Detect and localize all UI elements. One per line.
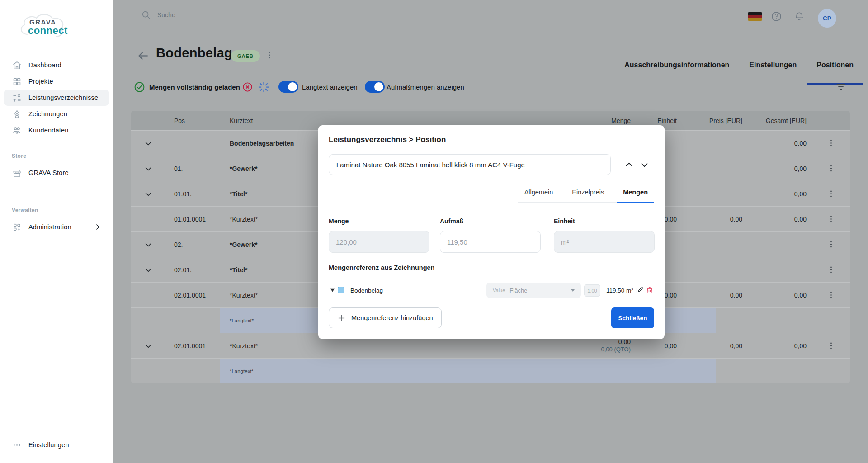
position-modal: Leistungsverzeichnis > Position Allgemei… xyxy=(318,125,665,339)
aufmassmengen-toggle-label: Aufmaßmengen anzeigen xyxy=(387,76,464,98)
sidebar-item-leistungsverzeichnisse[interactable]: Leistungsverzeichnisse xyxy=(4,90,109,106)
avatar-initials: CP xyxy=(823,15,831,22)
table-row-langtext: *Langtext* xyxy=(131,358,850,383)
calculations-icon xyxy=(12,93,22,103)
search-input[interactable] xyxy=(156,11,301,19)
filter-icon[interactable] xyxy=(835,76,846,98)
aufmass-label: Aufmaß xyxy=(440,217,463,225)
column-header-menge: Menge xyxy=(533,117,636,124)
column-header-kurztext: Kurztext xyxy=(224,117,533,124)
modal-title: Leistungsverzeichnis > Position xyxy=(329,135,446,144)
langtext-toggle[interactable] xyxy=(278,81,298,93)
drawings-icon xyxy=(12,109,22,119)
cell-pos: 02.01.0001 xyxy=(165,342,224,350)
grava-connect-logo: GRAVA connect xyxy=(17,12,76,42)
cell-kurztext: *Kurztext* xyxy=(224,342,533,350)
plus-icon xyxy=(337,314,346,322)
sidebar-nav: DashboardProjekteLeistungsverzeichnisseZ… xyxy=(0,57,113,235)
select-value: Fläche xyxy=(509,287,527,294)
dropdown-caret-icon xyxy=(570,288,576,293)
close-button[interactable]: Schließen xyxy=(611,307,654,328)
row-menu-button[interactable] xyxy=(827,265,835,274)
loading-spinner-icon xyxy=(258,76,270,98)
back-button[interactable] xyxy=(137,50,149,62)
home-icon xyxy=(12,60,22,70)
row-menu-button[interactable] xyxy=(827,291,835,299)
reference-result: 119,50 m² xyxy=(606,287,633,294)
sidebar-item-dashboard[interactable]: Dashboard xyxy=(4,57,109,73)
row-menu-button[interactable] xyxy=(827,139,835,147)
search-bar xyxy=(141,10,301,20)
row-expand-icon[interactable] xyxy=(144,164,153,173)
row-expand-icon[interactable] xyxy=(144,265,153,274)
cell-gesamt: 0,00 xyxy=(748,216,812,223)
cell-pos: 01.01. xyxy=(165,190,224,198)
column-header-einheit: Einheit xyxy=(636,117,682,124)
cell-preis: 0,00 xyxy=(682,216,748,223)
row-menu-button[interactable] xyxy=(827,240,835,249)
row-menu-button[interactable] xyxy=(827,215,835,223)
page-title: Bodenbelag xyxy=(156,46,232,61)
add-reference-button[interactable]: Mengenreferenz hinzufügen xyxy=(329,307,442,328)
sidebar-item-grava-store[interactable]: GRAVA Store xyxy=(4,165,109,181)
layer-color-swatch xyxy=(338,287,344,293)
sidebar: GRAVA connect DashboardProjekteLeistungs… xyxy=(0,0,113,463)
sidebar-item-label: Einstellungen xyxy=(28,441,69,449)
edit-icon[interactable] xyxy=(636,286,644,294)
sidebar-item-label: Kundendaten xyxy=(28,127,68,134)
next-position-button[interactable] xyxy=(639,160,650,170)
cancel-circle-icon[interactable] xyxy=(242,76,253,98)
reference-name: Bodenbelag xyxy=(350,287,383,294)
expand-caret-icon[interactable] xyxy=(330,288,335,293)
page-menu-button[interactable] xyxy=(265,51,274,60)
column-header-pos: Pos xyxy=(165,117,224,124)
avatar[interactable]: CP xyxy=(818,9,836,28)
modal-tab-einzelpreis[interactable]: Einzelpreis xyxy=(566,189,610,203)
einheit-label: Einheit xyxy=(554,217,575,225)
langtext-cell: *Langtext* xyxy=(220,359,716,383)
previous-position-button[interactable] xyxy=(624,160,634,170)
ellipsis-icon xyxy=(12,440,22,450)
status-message: Mengen vollständig geladen xyxy=(149,76,240,98)
sidebar-item-einstellungen[interactable]: Einstellungen xyxy=(4,437,109,453)
menge-input xyxy=(329,231,429,253)
sidebar-item-zeichnungen[interactable]: Zeichnungen xyxy=(4,106,109,122)
sidebar-item-label: GRAVA Store xyxy=(28,169,69,176)
cell-preis: 0,00 xyxy=(682,342,748,350)
column-header-gesamt: Gesamt [EUR] xyxy=(748,117,812,124)
language-flag-german[interactable] xyxy=(748,12,762,21)
sidebar-item-label: Projekte xyxy=(28,78,53,85)
help-icon[interactable] xyxy=(771,11,782,22)
row-expand-icon[interactable] xyxy=(144,189,153,198)
row-menu-button[interactable] xyxy=(827,341,835,350)
sidebar-item-kundendaten[interactable]: Kundendaten xyxy=(4,122,109,138)
position-title-input[interactable] xyxy=(329,154,611,175)
row-expand-icon[interactable] xyxy=(144,139,153,148)
row-expand-icon[interactable] xyxy=(144,341,153,350)
app: GRAVA connect DashboardProjekteLeistungs… xyxy=(0,0,868,463)
delete-trash-icon[interactable] xyxy=(646,286,654,294)
modal-tab-mengen[interactable]: Mengen xyxy=(617,189,654,203)
cell-menge: 0,000,00 (QTO) xyxy=(533,338,636,354)
aufmassmengen-toggle[interactable] xyxy=(365,81,385,93)
row-expand-icon[interactable] xyxy=(144,240,153,249)
column-header-preis: Preis [EUR] xyxy=(682,117,748,124)
factor-input xyxy=(584,284,600,297)
sidebar-item-administration[interactable]: Administration xyxy=(4,219,109,235)
chevron-right-icon xyxy=(94,223,101,231)
sidebar-item-projekte[interactable]: Projekte xyxy=(4,73,109,90)
row-menu-button[interactable] xyxy=(827,164,835,173)
add-reference-label: Mengenreferenz hinzufügen xyxy=(351,314,433,321)
sidebar-item-label: Dashboard xyxy=(28,61,61,69)
cell-gesamt: 0,00 xyxy=(748,342,812,350)
projects-icon xyxy=(12,76,22,86)
check-circle-icon xyxy=(134,76,145,98)
row-menu-button[interactable] xyxy=(827,189,835,198)
notifications-bell-icon[interactable] xyxy=(794,11,805,22)
sidebar-item-label: Leistungsverzeichnisse xyxy=(28,94,98,101)
aufmass-input[interactable] xyxy=(440,231,541,253)
cell-pos: 02. xyxy=(165,241,224,248)
gaeb-badge: GAEB xyxy=(231,50,260,62)
status-bar: Mengen vollständig geladen Langtext anze… xyxy=(113,76,868,98)
modal-tab-allgemein[interactable]: Allgemein xyxy=(518,189,560,203)
